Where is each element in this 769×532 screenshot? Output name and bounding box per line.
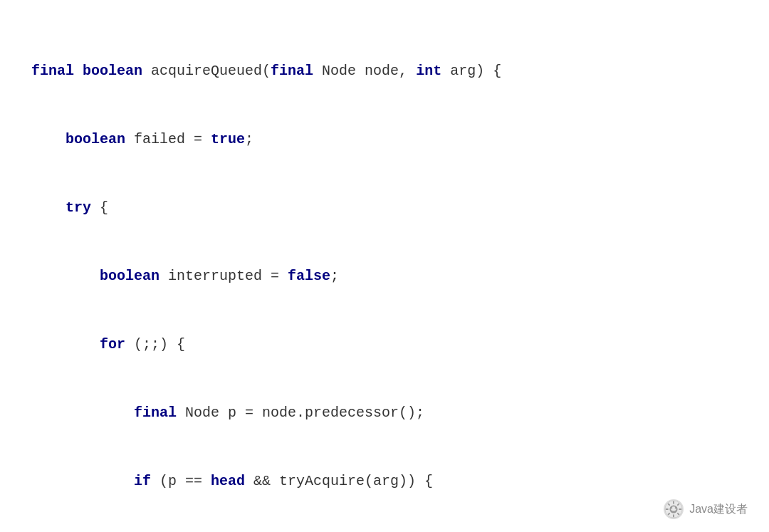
svg-point-10 [671, 507, 672, 508]
code-line-5: for (;;) { [14, 333, 748, 356]
code-container: final boolean acquireQueued(final Node n… [0, 0, 769, 532]
code-line-1: final boolean acquireQueued(final Node n… [14, 60, 748, 83]
watermark-text: Java建设者 [689, 502, 748, 517]
code-block: final boolean acquireQueued(final Node n… [14, 14, 748, 532]
code-line-4: boolean interrupted = false; [14, 265, 748, 288]
watermark-icon [664, 499, 684, 519]
code-line-6: final Node p = node.predecessor(); [14, 402, 748, 424]
code-line-2: boolean failed = true; [14, 128, 748, 151]
code-line-3: try { [14, 197, 748, 219]
code-line-7: if (p == head && tryAcquire(arg)) { [14, 470, 748, 493]
watermark: Java建设者 [664, 499, 748, 519]
svg-point-11 [675, 507, 676, 508]
